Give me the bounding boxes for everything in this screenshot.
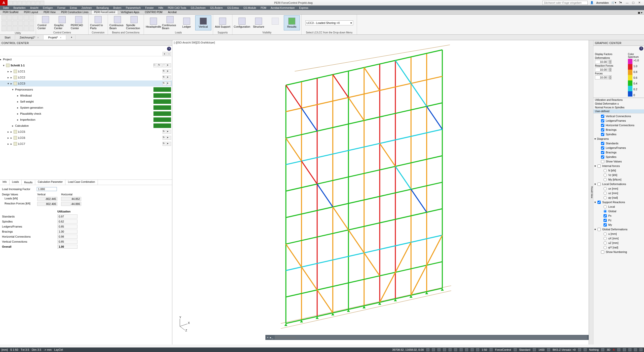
results-button[interactable]: Results (284, 15, 300, 30)
tree-item[interactable]: System generation (20, 106, 153, 109)
util-btn[interactable] (29, 26, 34, 31)
row-btn[interactable]: ⋯ (163, 63, 167, 67)
headspindle-button[interactable]: Headspindle (145, 15, 162, 30)
util-btn[interactable] (2, 15, 7, 20)
sb-icon[interactable] (443, 348, 446, 351)
results-tab[interactable]: Info (0, 180, 10, 185)
expand-icon[interactable]: ▸ (17, 118, 20, 121)
tree-item[interactable]: Imperfection (20, 118, 153, 121)
tree-lcc[interactable]: LCC7 (18, 142, 163, 145)
rad-uZ[interactable] (603, 241, 607, 245)
qat-more-icon[interactable] (40, 1, 44, 5)
close-cmd-icon[interactable]: × (267, 336, 268, 339)
chk-horizontal-connections[interactable] (601, 124, 604, 127)
row-btn[interactable]: ▸ (167, 63, 171, 67)
util-btn[interactable] (18, 15, 23, 20)
sb-icon[interactable] (476, 348, 479, 351)
expand-icon[interactable]: ▸ (8, 136, 11, 140)
chk-my2[interactable] (603, 223, 607, 227)
sb-icon[interactable] (437, 348, 440, 351)
expand-icon[interactable]: ▾ (594, 164, 596, 168)
subtab[interactable]: PERI Layout (21, 10, 41, 14)
subtab[interactable]: Verfügbare Apps (118, 10, 142, 14)
rad-uz[interactable] (603, 192, 607, 195)
control-center-button[interactable]: Control Center (37, 15, 54, 30)
qat-print-icon[interactable] (27, 1, 31, 5)
doc-tab-active[interactable]: Projekt*× (44, 35, 66, 40)
sb-icon[interactable] (460, 348, 463, 351)
rad-n[interactable] (603, 169, 607, 172)
util-btn[interactable] (18, 21, 23, 26)
tree-lcc-selected[interactable]: LCC3 (18, 82, 163, 85)
rad-phiY[interactable] (603, 246, 607, 249)
login-label[interactable]: Anmelden (596, 1, 609, 4)
doc-tab[interactable]: Start (0, 35, 15, 40)
row-btn[interactable]: ↻ (163, 136, 167, 140)
list-item[interactable]: Normal Forces in Spindles (593, 106, 644, 109)
sb-icon[interactable] (584, 348, 587, 351)
row-btn[interactable]: ↻ (163, 75, 167, 79)
qat-open-icon[interactable] (13, 1, 17, 5)
util-btn[interactable] (13, 21, 18, 26)
rad-vz[interactable] (603, 173, 607, 177)
util-btn[interactable] (7, 15, 12, 20)
menu-item[interactable]: Format (55, 6, 67, 10)
login-icon[interactable]: 👤 (590, 1, 594, 4)
forces-factor-input[interactable] (595, 75, 608, 79)
sb-icon[interactable] (426, 348, 429, 351)
close-button[interactable]: ✕ (636, 1, 642, 5)
continuous-beam-button[interactable]: Continuous Beam (109, 15, 126, 30)
rad-global[interactable] (603, 210, 607, 213)
rf-factor-input[interactable] (595, 68, 608, 72)
chk-ledgers2[interactable] (601, 146, 604, 150)
tree-item[interactable]: Plausibility check (20, 112, 153, 115)
minimize-button[interactable]: — (624, 1, 630, 5)
expand-icon[interactable]: ▾ (12, 88, 15, 91)
tree-lcc[interactable]: LCC6 (18, 136, 163, 139)
sb-icon[interactable] (449, 348, 452, 351)
results-tab[interactable]: Loads (10, 180, 22, 185)
menu-item[interactable]: Zeichnen (79, 6, 94, 10)
menu-item[interactable]: PDM (259, 6, 268, 10)
list-item[interactable]: Utilization and Reactions (593, 98, 644, 102)
chk-support-reactions[interactable] (597, 201, 601, 204)
util-btn[interactable] (24, 15, 29, 20)
expand-icon[interactable]: ▾ (594, 228, 596, 231)
viewport[interactable]: [–][ISO-Ansicht SW][2D-Drahtkörper] Y X … (172, 40, 589, 344)
subtab[interactable]: PERI View (41, 10, 58, 14)
chk-bracings[interactable] (601, 128, 604, 131)
sb-bks[interactable]: BKS-Z-Versatz: +0 (553, 348, 576, 351)
new-tab-button[interactable]: + (66, 35, 75, 39)
sb-icon[interactable] (465, 348, 468, 351)
sb-icon[interactable] (617, 348, 620, 351)
tree-preproc[interactable]: Preprocessors (15, 88, 153, 91)
row-btn[interactable]: ▸ (167, 69, 171, 73)
sb-standard[interactable]: Standard (519, 348, 531, 351)
configuration-button[interactable]: Configuration (234, 15, 250, 30)
menu-item[interactable]: GS-Module (241, 6, 258, 10)
sb-icon[interactable] (623, 348, 626, 351)
tree-item[interactable]: Windload (20, 94, 153, 97)
expand-icon[interactable]: ▸ (17, 100, 20, 103)
sb-A-icon[interactable]: A (613, 348, 615, 351)
row-btn[interactable]: ▸ (167, 75, 171, 79)
expand-icon[interactable]: ▾ (594, 201, 596, 204)
menu-item[interactable]: Bearbeiten (11, 6, 27, 10)
chk-px[interactable] (603, 214, 607, 217)
row-btn[interactable]: ↻ (163, 142, 167, 146)
subtab[interactable]: PERI Scaffold (0, 10, 21, 14)
util-btn[interactable] (18, 26, 23, 31)
sb-zoom[interactable]: 1:50 (482, 348, 487, 351)
pericad-center-button[interactable]: PERICAD Center (71, 15, 87, 30)
result-view-vtab[interactable]: Result View (589, 40, 593, 344)
expand-icon[interactable]: ▸ (0, 58, 3, 61)
chk-ledgers[interactable] (601, 119, 604, 122)
util-btn[interactable] (29, 15, 34, 20)
menu-item[interactable]: Ändern (111, 6, 123, 10)
subtab[interactable]: PERI Construction Lines (58, 10, 91, 14)
row-btn[interactable]: □ (153, 63, 157, 67)
row-btn[interactable]: ▸ (167, 136, 171, 140)
sb-nothing[interactable]: Nothing (589, 348, 599, 351)
row-btn[interactable]: ↻ (163, 69, 167, 73)
qat-redo-icon[interactable] (36, 1, 40, 5)
